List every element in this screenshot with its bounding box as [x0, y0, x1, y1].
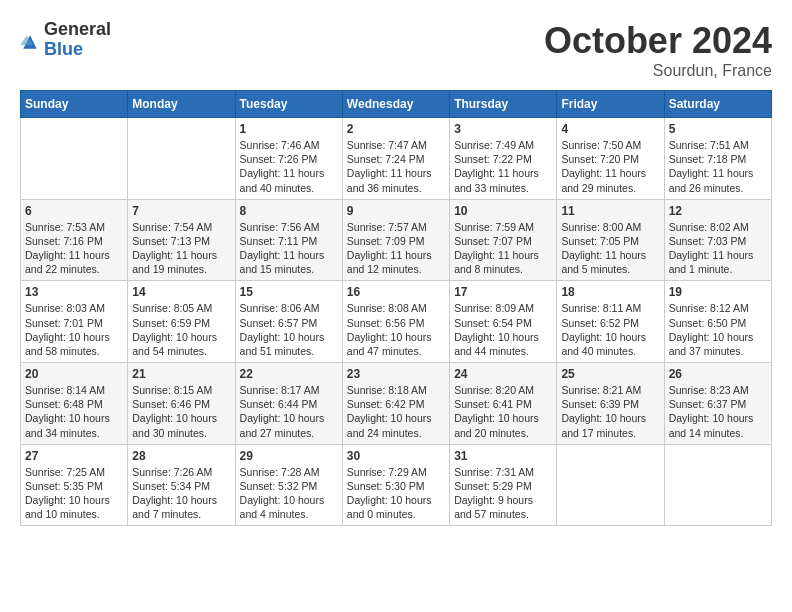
day-number: 15 — [240, 285, 338, 299]
calendar-cell — [557, 444, 664, 526]
day-info: Sunrise: 8:17 AMSunset: 6:44 PMDaylight:… — [240, 383, 338, 440]
calendar-cell: 16Sunrise: 8:08 AMSunset: 6:56 PMDayligh… — [342, 281, 449, 363]
calendar-cell: 17Sunrise: 8:09 AMSunset: 6:54 PMDayligh… — [450, 281, 557, 363]
calendar-week-row: 6Sunrise: 7:53 AMSunset: 7:16 PMDaylight… — [21, 199, 772, 281]
calendar-cell: 14Sunrise: 8:05 AMSunset: 6:59 PMDayligh… — [128, 281, 235, 363]
day-number: 6 — [25, 204, 123, 218]
logo-icon — [20, 32, 40, 52]
calendar-cell: 8Sunrise: 7:56 AMSunset: 7:11 PMDaylight… — [235, 199, 342, 281]
weekday-header: Saturday — [664, 91, 771, 118]
calendar-week-row: 27Sunrise: 7:25 AMSunset: 5:35 PMDayligh… — [21, 444, 772, 526]
calendar-cell: 23Sunrise: 8:18 AMSunset: 6:42 PMDayligh… — [342, 363, 449, 445]
calendar-cell: 19Sunrise: 8:12 AMSunset: 6:50 PMDayligh… — [664, 281, 771, 363]
weekday-header: Monday — [128, 91, 235, 118]
day-info: Sunrise: 7:25 AMSunset: 5:35 PMDaylight:… — [25, 465, 123, 522]
day-info: Sunrise: 7:46 AMSunset: 7:26 PMDaylight:… — [240, 138, 338, 195]
day-info: Sunrise: 8:09 AMSunset: 6:54 PMDaylight:… — [454, 301, 552, 358]
page-header: General Blue October 2024 Sourdun, Franc… — [20, 20, 772, 80]
weekday-header: Thursday — [450, 91, 557, 118]
calendar-cell: 22Sunrise: 8:17 AMSunset: 6:44 PMDayligh… — [235, 363, 342, 445]
calendar-cell: 15Sunrise: 8:06 AMSunset: 6:57 PMDayligh… — [235, 281, 342, 363]
day-number: 11 — [561, 204, 659, 218]
day-info: Sunrise: 8:18 AMSunset: 6:42 PMDaylight:… — [347, 383, 445, 440]
day-number: 10 — [454, 204, 552, 218]
calendar-cell: 3Sunrise: 7:49 AMSunset: 7:22 PMDaylight… — [450, 118, 557, 200]
day-info: Sunrise: 8:12 AMSunset: 6:50 PMDaylight:… — [669, 301, 767, 358]
day-info: Sunrise: 7:50 AMSunset: 7:20 PMDaylight:… — [561, 138, 659, 195]
day-number: 7 — [132, 204, 230, 218]
calendar-cell: 10Sunrise: 7:59 AMSunset: 7:07 PMDayligh… — [450, 199, 557, 281]
day-number: 27 — [25, 449, 123, 463]
day-number: 24 — [454, 367, 552, 381]
logo-blue: Blue — [44, 40, 111, 60]
day-info: Sunrise: 7:56 AMSunset: 7:11 PMDaylight:… — [240, 220, 338, 277]
calendar-cell: 6Sunrise: 7:53 AMSunset: 7:16 PMDaylight… — [21, 199, 128, 281]
calendar-cell: 25Sunrise: 8:21 AMSunset: 6:39 PMDayligh… — [557, 363, 664, 445]
day-info: Sunrise: 8:20 AMSunset: 6:41 PMDaylight:… — [454, 383, 552, 440]
calendar-body: 1Sunrise: 7:46 AMSunset: 7:26 PMDaylight… — [21, 118, 772, 526]
day-number: 29 — [240, 449, 338, 463]
calendar-cell: 13Sunrise: 8:03 AMSunset: 7:01 PMDayligh… — [21, 281, 128, 363]
calendar-cell: 21Sunrise: 8:15 AMSunset: 6:46 PMDayligh… — [128, 363, 235, 445]
day-info: Sunrise: 7:59 AMSunset: 7:07 PMDaylight:… — [454, 220, 552, 277]
title-block: October 2024 Sourdun, France — [544, 20, 772, 80]
calendar-cell — [664, 444, 771, 526]
day-number: 17 — [454, 285, 552, 299]
calendar-cell: 5Sunrise: 7:51 AMSunset: 7:18 PMDaylight… — [664, 118, 771, 200]
day-info: Sunrise: 8:15 AMSunset: 6:46 PMDaylight:… — [132, 383, 230, 440]
day-info: Sunrise: 7:49 AMSunset: 7:22 PMDaylight:… — [454, 138, 552, 195]
day-info: Sunrise: 8:21 AMSunset: 6:39 PMDaylight:… — [561, 383, 659, 440]
day-number: 13 — [25, 285, 123, 299]
day-number: 25 — [561, 367, 659, 381]
logo-text: General Blue — [44, 20, 111, 60]
calendar-cell: 29Sunrise: 7:28 AMSunset: 5:32 PMDayligh… — [235, 444, 342, 526]
day-number: 16 — [347, 285, 445, 299]
day-info: Sunrise: 8:03 AMSunset: 7:01 PMDaylight:… — [25, 301, 123, 358]
day-info: Sunrise: 8:06 AMSunset: 6:57 PMDaylight:… — [240, 301, 338, 358]
day-info: Sunrise: 8:02 AMSunset: 7:03 PMDaylight:… — [669, 220, 767, 277]
calendar-cell — [21, 118, 128, 200]
day-number: 19 — [669, 285, 767, 299]
calendar-cell: 18Sunrise: 8:11 AMSunset: 6:52 PMDayligh… — [557, 281, 664, 363]
day-info: Sunrise: 8:23 AMSunset: 6:37 PMDaylight:… — [669, 383, 767, 440]
calendar-cell: 27Sunrise: 7:25 AMSunset: 5:35 PMDayligh… — [21, 444, 128, 526]
weekday-header: Tuesday — [235, 91, 342, 118]
calendar-cell: 7Sunrise: 7:54 AMSunset: 7:13 PMDaylight… — [128, 199, 235, 281]
calendar-cell: 11Sunrise: 8:00 AMSunset: 7:05 PMDayligh… — [557, 199, 664, 281]
day-info: Sunrise: 7:47 AMSunset: 7:24 PMDaylight:… — [347, 138, 445, 195]
day-info: Sunrise: 8:14 AMSunset: 6:48 PMDaylight:… — [25, 383, 123, 440]
calendar-table: SundayMondayTuesdayWednesdayThursdayFrid… — [20, 90, 772, 526]
day-number: 5 — [669, 122, 767, 136]
calendar-cell: 12Sunrise: 8:02 AMSunset: 7:03 PMDayligh… — [664, 199, 771, 281]
day-number: 28 — [132, 449, 230, 463]
logo-general: General — [44, 20, 111, 40]
calendar-header: SundayMondayTuesdayWednesdayThursdayFrid… — [21, 91, 772, 118]
header-row: SundayMondayTuesdayWednesdayThursdayFrid… — [21, 91, 772, 118]
location: Sourdun, France — [544, 62, 772, 80]
day-info: Sunrise: 7:26 AMSunset: 5:34 PMDaylight:… — [132, 465, 230, 522]
day-number: 9 — [347, 204, 445, 218]
calendar-cell: 4Sunrise: 7:50 AMSunset: 7:20 PMDaylight… — [557, 118, 664, 200]
calendar-cell: 28Sunrise: 7:26 AMSunset: 5:34 PMDayligh… — [128, 444, 235, 526]
day-info: Sunrise: 7:31 AMSunset: 5:29 PMDaylight:… — [454, 465, 552, 522]
day-number: 31 — [454, 449, 552, 463]
day-info: Sunrise: 7:57 AMSunset: 7:09 PMDaylight:… — [347, 220, 445, 277]
logo: General Blue — [20, 20, 111, 60]
day-number: 14 — [132, 285, 230, 299]
calendar-week-row: 20Sunrise: 8:14 AMSunset: 6:48 PMDayligh… — [21, 363, 772, 445]
calendar-cell: 20Sunrise: 8:14 AMSunset: 6:48 PMDayligh… — [21, 363, 128, 445]
month-title: October 2024 — [544, 20, 772, 62]
day-number: 30 — [347, 449, 445, 463]
day-number: 20 — [25, 367, 123, 381]
day-info: Sunrise: 8:05 AMSunset: 6:59 PMDaylight:… — [132, 301, 230, 358]
day-info: Sunrise: 7:28 AMSunset: 5:32 PMDaylight:… — [240, 465, 338, 522]
day-number: 26 — [669, 367, 767, 381]
day-info: Sunrise: 7:51 AMSunset: 7:18 PMDaylight:… — [669, 138, 767, 195]
day-number: 21 — [132, 367, 230, 381]
calendar-cell: 9Sunrise: 7:57 AMSunset: 7:09 PMDaylight… — [342, 199, 449, 281]
day-info: Sunrise: 7:53 AMSunset: 7:16 PMDaylight:… — [25, 220, 123, 277]
day-number: 23 — [347, 367, 445, 381]
calendar-cell: 31Sunrise: 7:31 AMSunset: 5:29 PMDayligh… — [450, 444, 557, 526]
calendar-week-row: 13Sunrise: 8:03 AMSunset: 7:01 PMDayligh… — [21, 281, 772, 363]
day-number: 1 — [240, 122, 338, 136]
